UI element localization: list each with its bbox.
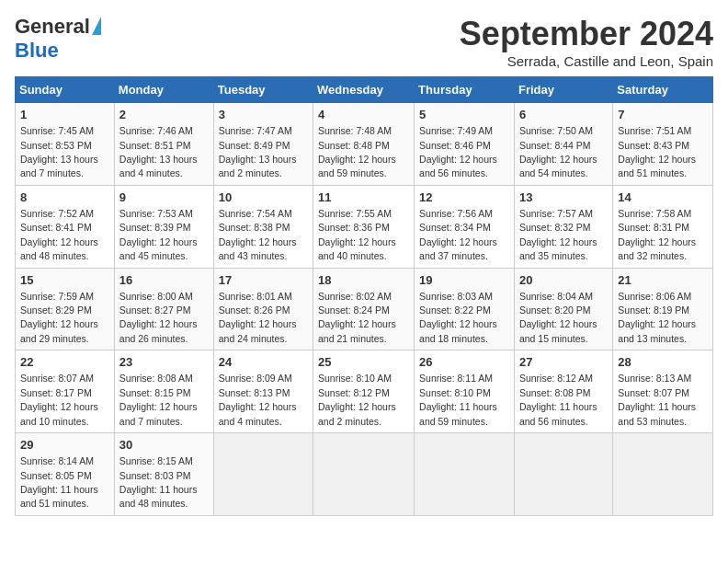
day-detail: Sunrise: 8:02 AMSunset: 8:24 PMDaylight:…: [318, 291, 396, 344]
day-detail: Sunrise: 8:01 AMSunset: 8:26 PMDaylight:…: [219, 291, 297, 344]
day-number: 27: [519, 354, 608, 371]
calendar-table: SundayMondayTuesdayWednesdayThursdayFrid…: [15, 76, 713, 516]
day-number: 23: [119, 354, 209, 371]
day-number: 9: [119, 190, 209, 206]
day-number: 17: [219, 272, 308, 289]
day-detail: Sunrise: 7:54 AMSunset: 8:38 PMDaylight:…: [219, 208, 297, 261]
calendar-cell: 11Sunrise: 7:55 AMSunset: 8:36 PMDayligh…: [313, 185, 415, 268]
calendar-body: 1Sunrise: 7:45 AMSunset: 8:53 PMDaylight…: [16, 103, 713, 516]
calendar-cell: 7Sunrise: 7:51 AMSunset: 8:43 PMDaylight…: [613, 103, 713, 186]
weekday-header-friday: Friday: [514, 77, 612, 103]
day-number: 13: [519, 190, 608, 206]
calendar-cell: 14Sunrise: 7:58 AMSunset: 8:31 PMDayligh…: [613, 185, 713, 268]
day-number: 8: [20, 190, 109, 206]
day-number: 12: [419, 190, 509, 206]
day-number: 19: [419, 272, 509, 289]
weekday-header-thursday: Thursday: [415, 77, 515, 103]
day-number: 2: [119, 107, 209, 123]
day-detail: Sunrise: 7:48 AMSunset: 8:48 PMDaylight:…: [318, 125, 396, 178]
day-detail: Sunrise: 8:04 AMSunset: 8:20 PMDaylight:…: [519, 291, 597, 344]
day-number: 1: [20, 107, 109, 123]
day-detail: Sunrise: 7:55 AMSunset: 8:36 PMDaylight:…: [318, 208, 396, 261]
calendar-week-2: 8Sunrise: 7:52 AMSunset: 8:41 PMDaylight…: [16, 185, 713, 268]
day-detail: Sunrise: 7:56 AMSunset: 8:34 PMDaylight:…: [419, 208, 497, 261]
day-detail: Sunrise: 8:13 AMSunset: 8:07 PMDaylight:…: [618, 373, 696, 426]
day-number: 28: [618, 354, 708, 371]
day-detail: Sunrise: 7:47 AMSunset: 8:49 PMDaylight:…: [219, 125, 297, 178]
day-detail: Sunrise: 7:57 AMSunset: 8:32 PMDaylight:…: [519, 208, 597, 261]
calendar-cell: 28Sunrise: 8:13 AMSunset: 8:07 PMDayligh…: [613, 350, 713, 433]
day-detail: Sunrise: 7:52 AMSunset: 8:41 PMDaylight:…: [20, 208, 98, 261]
weekday-header-tuesday: Tuesday: [213, 77, 313, 103]
calendar-cell: 17Sunrise: 8:01 AMSunset: 8:26 PMDayligh…: [213, 268, 313, 350]
weekday-header-sunday: Sunday: [16, 77, 115, 103]
day-detail: Sunrise: 8:03 AMSunset: 8:22 PMDaylight:…: [419, 291, 497, 344]
calendar-week-5: 29Sunrise: 8:14 AMSunset: 8:05 PMDayligh…: [16, 433, 713, 516]
calendar-cell: 9Sunrise: 7:53 AMSunset: 8:39 PMDaylight…: [114, 185, 213, 268]
logo-general: General: [15, 15, 90, 39]
calendar-cell: 29Sunrise: 8:14 AMSunset: 8:05 PMDayligh…: [16, 433, 115, 516]
calendar-cell: 12Sunrise: 7:56 AMSunset: 8:34 PMDayligh…: [415, 185, 515, 268]
day-detail: Sunrise: 7:49 AMSunset: 8:46 PMDaylight:…: [419, 125, 497, 178]
title-area: September 2024 Serrada, Castille and Leo…: [460, 15, 713, 69]
day-number: 20: [519, 272, 608, 289]
day-detail: Sunrise: 8:09 AMSunset: 8:13 PMDaylight:…: [219, 373, 297, 426]
day-detail: Sunrise: 8:00 AMSunset: 8:27 PMDaylight:…: [119, 291, 198, 344]
calendar-cell: 26Sunrise: 8:11 AMSunset: 8:10 PMDayligh…: [415, 350, 515, 433]
day-detail: Sunrise: 7:51 AMSunset: 8:43 PMDaylight:…: [618, 125, 696, 178]
day-detail: Sunrise: 7:45 AMSunset: 8:53 PMDaylight:…: [20, 125, 98, 178]
day-detail: Sunrise: 8:12 AMSunset: 8:08 PMDaylight:…: [519, 373, 597, 426]
calendar-week-3: 15Sunrise: 7:59 AMSunset: 8:29 PMDayligh…: [16, 268, 713, 350]
day-number: 26: [419, 354, 509, 371]
calendar-cell: 23Sunrise: 8:08 AMSunset: 8:15 PMDayligh…: [114, 350, 213, 433]
weekday-header-saturday: Saturday: [613, 77, 713, 103]
day-detail: Sunrise: 7:58 AMSunset: 8:31 PMDaylight:…: [618, 208, 696, 261]
day-detail: Sunrise: 8:07 AMSunset: 8:17 PMDaylight:…: [20, 373, 98, 426]
calendar-cell: [415, 433, 515, 516]
calendar-cell: [613, 433, 713, 516]
day-number: 6: [519, 107, 608, 123]
calendar-cell: [213, 433, 313, 516]
calendar-cell: 13Sunrise: 7:57 AMSunset: 8:32 PMDayligh…: [514, 185, 612, 268]
weekday-header-wednesday: Wednesday: [313, 77, 415, 103]
day-number: 15: [20, 272, 109, 289]
calendar-week-1: 1Sunrise: 7:45 AMSunset: 8:53 PMDaylight…: [16, 103, 713, 186]
calendar-cell: 27Sunrise: 8:12 AMSunset: 8:08 PMDayligh…: [514, 350, 612, 433]
logo-blue: Blue: [15, 39, 59, 62]
calendar-cell: 5Sunrise: 7:49 AMSunset: 8:46 PMDaylight…: [415, 103, 515, 186]
day-number: 22: [20, 354, 109, 371]
calendar-cell: [514, 433, 612, 516]
calendar-cell: 1Sunrise: 7:45 AMSunset: 8:53 PMDaylight…: [16, 103, 115, 186]
calendar-week-4: 22Sunrise: 8:07 AMSunset: 8:17 PMDayligh…: [16, 350, 713, 433]
calendar-cell: 25Sunrise: 8:10 AMSunset: 8:12 PMDayligh…: [313, 350, 415, 433]
calendar-cell: 21Sunrise: 8:06 AMSunset: 8:19 PMDayligh…: [613, 268, 713, 350]
day-detail: Sunrise: 7:59 AMSunset: 8:29 PMDaylight:…: [20, 291, 98, 344]
day-detail: Sunrise: 7:46 AMSunset: 8:51 PMDaylight:…: [119, 125, 198, 178]
page-header: General Blue September 2024 Serrada, Cas…: [15, 15, 713, 69]
day-number: 21: [618, 272, 708, 289]
calendar-cell: 19Sunrise: 8:03 AMSunset: 8:22 PMDayligh…: [415, 268, 515, 350]
logo: General Blue: [15, 15, 101, 63]
calendar-cell: 2Sunrise: 7:46 AMSunset: 8:51 PMDaylight…: [114, 103, 213, 186]
day-number: 4: [318, 107, 409, 123]
day-number: 14: [618, 190, 708, 206]
calendar-cell: 3Sunrise: 7:47 AMSunset: 8:49 PMDaylight…: [213, 103, 313, 186]
day-detail: Sunrise: 8:08 AMSunset: 8:15 PMDaylight:…: [119, 373, 198, 426]
day-number: 25: [318, 354, 409, 371]
day-detail: Sunrise: 8:11 AMSunset: 8:10 PMDaylight:…: [419, 373, 497, 426]
calendar-cell: 4Sunrise: 7:48 AMSunset: 8:48 PMDaylight…: [313, 103, 415, 186]
day-number: 11: [318, 190, 409, 206]
day-number: 3: [219, 107, 308, 123]
month-title: September 2024: [460, 15, 713, 53]
day-number: 10: [219, 190, 308, 206]
calendar-cell: 6Sunrise: 7:50 AMSunset: 8:44 PMDaylight…: [514, 103, 612, 186]
day-number: 16: [119, 272, 209, 289]
day-detail: Sunrise: 8:10 AMSunset: 8:12 PMDaylight:…: [318, 373, 396, 426]
day-number: 18: [318, 272, 409, 289]
location: Serrada, Castille and Leon, Spain: [460, 53, 713, 69]
day-number: 5: [419, 107, 509, 123]
day-detail: Sunrise: 8:14 AMSunset: 8:05 PMDaylight:…: [20, 455, 98, 509]
logo-triangle-icon: [92, 17, 101, 35]
calendar-cell: 10Sunrise: 7:54 AMSunset: 8:38 PMDayligh…: [213, 185, 313, 268]
day-number: 7: [618, 107, 708, 123]
